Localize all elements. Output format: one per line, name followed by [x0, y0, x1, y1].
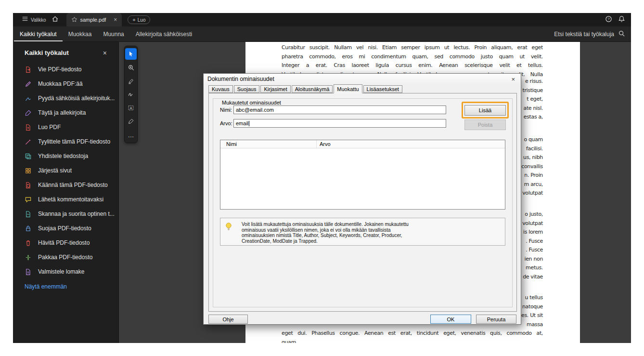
sidebar-item-label: Tyylittele tämä PDF-tiedosto [38, 138, 110, 145]
plus-icon: + [132, 17, 135, 23]
sidebar-item-request-signatures[interactable]: Pyydä sähköisiä allekirjoituk... [13, 91, 118, 105]
sidebar-item-create-pdf[interactable]: Luo PDF [13, 120, 118, 134]
text-caret [249, 121, 249, 126]
sidebar-item-protect-pdf[interactable]: Suojaa PDF-tiedosto [13, 221, 118, 236]
sidebar-item-style-pdf[interactable]: Tyylittele tämä PDF-tiedosto [13, 134, 118, 149]
sidebar-item-export-pdf[interactable]: Vie PDF-tiedosto [13, 62, 118, 77]
sidebar-item-prepare-form[interactable]: Valmistele lomake [13, 264, 118, 279]
sidebar-item-edit-pdf[interactable]: Muokkaa PDF:ää [13, 77, 118, 91]
properties-table[interactable]: Nimi Arvo [220, 140, 505, 210]
name-input[interactable]: abc@email.com [233, 105, 446, 114]
sidebar-item-label: Luo PDF [38, 124, 61, 131]
sidebar-close-icon[interactable]: × [103, 50, 107, 56]
column-header-name[interactable]: Nimi [220, 140, 317, 148]
search-button[interactable]: Etsi tekstiä tai työkaluja [554, 30, 631, 39]
highlight-tool[interactable] [125, 75, 137, 87]
dialog-tab-panel: Mukautetut ominaisuudet Nimi: abc@email.… [208, 93, 517, 312]
sidebar-item-label: Täytä ja allekirjoita [38, 109, 86, 116]
home-icon [52, 15, 59, 25]
properties-table-header: Nimi Arvo [220, 140, 505, 148]
topbar: Valikko sample.pdf × + Luo ? [13, 13, 631, 26]
dialog-tab-muokattu[interactable]: Muokattu [334, 84, 362, 93]
select-tool[interactable] [125, 48, 137, 60]
document-tab[interactable]: sample.pdf × [66, 13, 122, 26]
dialog-tab-suojaus[interactable]: Suojaus [234, 85, 260, 93]
dialog-tab-aloitusnakyma[interactable]: Aloitusnäkymä [292, 85, 333, 93]
dialog-tab-lisaasetukset[interactable]: Lisäasetukset [363, 85, 402, 93]
nav-tab-convert[interactable]: Muunna [97, 26, 129, 41]
document-line: Integer a erat. Cras laoreet ligula curs… [282, 61, 543, 70]
sidebar-item-label: Valmistele lomake [38, 268, 84, 275]
sidebar-item-compress-pdf[interactable]: Pakkaa PDF-tiedosto [13, 250, 118, 264]
show-more-link[interactable]: Näytä enemmän [13, 279, 118, 294]
dialog-tab-kuvaus[interactable]: Kuvaus [208, 85, 233, 93]
zoom-tool[interactable] [125, 62, 137, 73]
tab-close-icon[interactable]: × [114, 17, 117, 23]
ok-button[interactable]: OK [430, 315, 471, 324]
nav-tab-edit[interactable]: Muokkaa [63, 26, 98, 41]
sidebar-item-label: Pyydä sähköisiä allekirjoituk... [38, 95, 115, 102]
document-text-bottom: eget dui. Phasellus congue. Aenean est e… [282, 329, 543, 343]
sidebar-item-combine-files[interactable]: Yhdistele tiedostoja [13, 149, 118, 163]
dialog-close-icon[interactable]: × [509, 76, 517, 83]
svg-text:A: A [130, 106, 132, 110]
sign-tool[interactable] [125, 116, 137, 127]
document-properties-dialog: Dokumentin ominaisuudet × Kuvaus Suojaus… [203, 73, 521, 325]
menu-button[interactable]: Valikko [19, 13, 49, 26]
sidebar-item-fill-sign[interactable]: Täytä ja allekirjoita [13, 105, 118, 120]
prepare-form-icon [25, 268, 32, 276]
document-line: Curabitur suscipit. Nullam vel nisi. Eti… [282, 43, 543, 53]
sidebar-item-label: Yhdistele tiedostoja [38, 153, 88, 159]
dialog-tabs: Kuvaus Suojaus Kirjasimet Aloitusnäkymä … [208, 84, 403, 93]
sidebar-item-label: Suojaa PDF-tiedosto [38, 225, 91, 232]
dialog-title: Dokumentin ominaisuudet [207, 76, 274, 82]
tools-navbar: Kaikki työkalut Muokkaa Muunna Allekirjo… [13, 26, 631, 42]
sidebar-item-label: Pakkaa PDF-tiedosto [38, 254, 92, 261]
sidebar-item-translate-pdf[interactable]: Käännä tämä PDF-tiedosto [13, 178, 118, 192]
add-button[interactable]: Lisää [464, 105, 506, 116]
more-tools-button[interactable]: … [125, 129, 137, 141]
nav-tab-esign[interactable]: Allekirjoita sähköisesti [130, 26, 198, 41]
sidebar-item-scan-ocr[interactable]: Skannaa ja suorita optinen t... [13, 207, 118, 221]
compress-pdf-icon [25, 253, 32, 261]
sidebar-item-label: Skannaa ja suorita optinen t... [38, 211, 115, 217]
value-input-value: email [236, 120, 248, 126]
home-button[interactable] [49, 13, 62, 26]
hamburger-icon [22, 15, 28, 24]
sidebar-item-label: Lähetä kommentoitavaksi [38, 196, 103, 203]
sidebar-item-organize-pages[interactable]: Järjestä sivut [13, 163, 118, 178]
new-tab-button[interactable]: + Luo [128, 15, 150, 24]
edit-pdf-icon [25, 80, 32, 88]
cancel-button[interactable]: Peruuta [476, 315, 516, 324]
value-label: Arvo: [220, 120, 233, 126]
document-line: quam. [282, 338, 543, 343]
nav-tab-all-tools[interactable]: Kaikki työkalut [14, 26, 63, 41]
create-pdf-icon [25, 123, 32, 131]
sidebar-header: Kaikki työkalut × [13, 42, 118, 62]
select-text-icon: A [128, 105, 134, 111]
sidebar-item-send-for-comments[interactable]: Lähetä kommentoitavaksi [13, 192, 118, 207]
topbar-right: ? [605, 15, 631, 25]
sidebar-title: Kaikki työkalut [25, 49, 69, 56]
select-text-tool[interactable]: A [125, 102, 137, 114]
draw-tool[interactable] [125, 89, 137, 100]
translate-pdf-icon [25, 181, 32, 189]
zoom-in-icon [128, 64, 135, 71]
sidebar-item-sanitize-pdf[interactable]: Hävitä PDF-tiedosto [13, 236, 118, 250]
sidebar-item-label: Järjestä sivut [38, 167, 72, 174]
scan-ocr-icon [25, 210, 32, 218]
dialog-tab-kirjasimet[interactable]: Kirjasimet [260, 85, 290, 93]
notifications-button[interactable] [618, 15, 625, 25]
remove-button[interactable]: Poista [464, 119, 506, 130]
quick-tools-toolbar: A … [124, 46, 138, 143]
dialog-titlebar[interactable]: Dokumentin ominaisuudet × [204, 74, 521, 84]
column-header-value[interactable]: Arvo [317, 140, 505, 148]
star-icon [71, 16, 77, 24]
export-pdf-icon [25, 66, 32, 73]
sidebar-item-label: Hävitä PDF-tiedosto [38, 239, 90, 246]
value-input[interactable]: email [233, 119, 446, 128]
draw-icon [128, 91, 134, 98]
help-button-dialog[interactable]: Ohje [208, 315, 248, 324]
document-line: eget dui. Phasellus congue. Aenean est e… [282, 329, 543, 338]
help-button[interactable]: ? [605, 15, 612, 25]
